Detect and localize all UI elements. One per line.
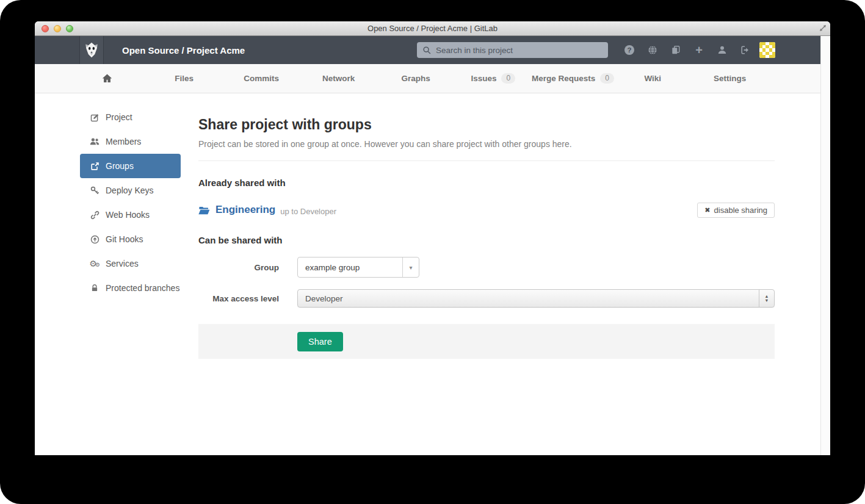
sidebar-item-deploy-keys[interactable]: Deploy Keys [80,178,181,203]
project-breadcrumb-title: Open Source / Project Acme [122,45,245,56]
search-input[interactable] [435,45,603,56]
shared-group-row: Engineering up to Developer ✖ disable sh… [198,201,775,218]
max-access-label: Max access level [198,294,279,303]
gears-icon: ⚙⚙ [89,259,100,268]
page-title: Share project with groups [198,117,775,133]
avatar[interactable] [759,42,775,58]
traffic-lights [42,25,73,32]
window-titlebar: Open Source / Project Acme | GitLab [35,21,830,36]
gitlab-tanuki-icon [83,41,100,59]
group-label: Group [198,263,279,272]
project-nav-tabs: Files Commits Network Graphs Issues 0 Me… [35,64,820,93]
home-icon [102,73,112,84]
settings-page: Project Members [35,93,820,455]
tab-issues[interactable]: Issues 0 [455,64,532,93]
minimize-window-button[interactable] [54,25,61,32]
search-box [417,42,608,58]
shared-group-link[interactable]: Engineering [215,204,275,216]
merge-requests-count-badge: 0 [600,73,614,84]
sign-out-icon[interactable] [740,45,751,56]
plus-icon[interactable]: + [693,45,704,56]
tab-network[interactable]: Network [300,64,378,93]
max-access-select[interactable]: Developer ▴ ▾ [297,289,775,308]
help-icon[interactable]: ? [624,45,635,56]
dismiss-icon: ✖ [704,206,710,214]
window-title: Open Source / Project Acme | GitLab [367,24,498,33]
key-icon [89,186,100,195]
form-actions: Share [198,324,775,359]
tab-graphs[interactable]: Graphs [377,64,455,93]
folder-open-icon [198,205,210,215]
tab-settings[interactable]: Settings [691,64,769,93]
tab-wiki[interactable]: Wiki [614,64,692,93]
tab-merge-requests[interactable]: Merge Requests 0 [532,64,614,93]
share-icon [89,162,100,171]
issues-count-badge: 0 [501,73,515,84]
app-header: Open Source / Project Acme ? [35,36,820,64]
section-divider [198,160,775,161]
gitlab-logo[interactable] [80,36,104,64]
globe-icon[interactable] [647,45,658,56]
sidebar-item-web-hooks[interactable]: Web Hooks [80,203,181,227]
search-icon [422,46,432,55]
settings-sidebar: Project Members [80,105,181,300]
can-be-shared-heading: Can be shared with [198,235,775,245]
browser-window: Open Source / Project Acme | GitLab [35,21,830,455]
zoom-window-button[interactable] [66,25,73,32]
shared-access-note: up to Developer [280,207,336,216]
share-project-section: Share project with groups Project can be… [198,93,775,359]
group-select[interactable]: example group ▾ [297,257,419,278]
sidebar-item-protected-branches[interactable]: Protected branches [80,276,181,300]
users-icon [89,137,100,146]
disable-sharing-button[interactable]: ✖ disable sharing [697,203,775,218]
tab-commits[interactable]: Commits [223,64,300,93]
resize-window-icon[interactable] [818,23,828,33]
header-icon-group: ? [624,45,751,56]
close-window-button[interactable] [42,25,49,32]
already-shared-heading: Already shared with [198,178,775,188]
select-spinner-icon: ▴ ▾ [759,290,774,307]
link-icon [89,211,100,220]
page-description: Project can be stored in one group at on… [198,139,775,149]
arrow-circle-up-icon [89,235,100,244]
user-icon[interactable] [717,45,728,56]
max-access-form-row: Max access level Developer ▴ ▾ [198,289,775,308]
sidebar-item-members[interactable]: Members [80,129,181,154]
sidebar-item-groups[interactable]: Groups [80,154,181,178]
sidebar-item-project[interactable]: Project [80,105,181,129]
group-form-row: Group example group ▾ [198,257,775,278]
sidebar-item-git-hooks[interactable]: Git Hooks [80,227,181,251]
chevron-down-icon: ▾ [402,257,419,277]
tab-home[interactable] [68,64,146,93]
share-button[interactable]: Share [297,332,343,351]
header-spacer [35,36,80,64]
scrollbar[interactable] [820,36,830,455]
lock-icon [89,284,100,292]
tab-files[interactable]: Files [146,64,223,93]
sidebar-item-services[interactable]: ⚙⚙ Services [80,251,181,276]
pencil-square-icon [89,113,100,122]
copy-icon[interactable] [670,45,681,56]
